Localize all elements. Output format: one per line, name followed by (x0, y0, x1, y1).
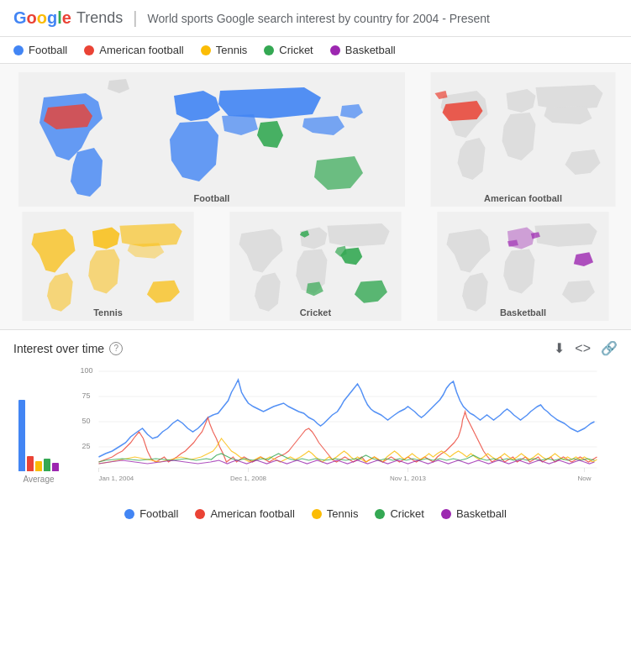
football-map: Football (7, 72, 417, 207)
interest-over-time-section: Interest over time ? ⬇ <> 🔗 Average (0, 330, 631, 501)
google-trends-logo: Google Trends (13, 8, 123, 28)
bottom-legend-item-cricket: Cricket (375, 507, 423, 520)
legend-dot-tennis (201, 45, 211, 55)
legend-item-tennis: Tennis (201, 44, 248, 56)
download-icon[interactable]: ⬇ (554, 340, 565, 356)
legend-label-cricket: Cricket (279, 44, 313, 56)
svg-text:25: 25 (82, 442, 91, 450)
bottom-legend-label-american-football: American football (210, 507, 294, 520)
bottom-legend-label-tennis: Tennis (327, 507, 359, 520)
header-divider: | (133, 8, 137, 28)
trends-label: Trends (76, 9, 123, 27)
svg-text:Jan 1, 2004: Jan 1, 2004 (99, 475, 134, 482)
svg-text:50: 50 (82, 417, 91, 425)
legend-item-cricket: Cricket (264, 44, 313, 56)
embed-icon[interactable]: <> (575, 341, 591, 356)
bottom-legend-label-football: Football (139, 507, 178, 520)
avg-bar-basketball (52, 463, 59, 471)
svg-text:Nov 1, 2013: Nov 1, 2013 (390, 475, 427, 482)
header: Google Trends | World sports Google sear… (0, 0, 631, 37)
legend-label-tennis: Tennis (216, 44, 248, 56)
avg-bar-tennis (35, 461, 42, 471)
bottom-legend-label-cricket: Cricket (390, 507, 423, 520)
legend-dot-basketball (330, 45, 340, 55)
bottom-legend-item-american-football: American football (195, 507, 294, 520)
bottom-legend-label-basketball: Basketball (456, 507, 507, 520)
avg-bar-football (18, 400, 25, 471)
basketball-world-map-svg (422, 212, 624, 321)
chart-main: 100 75 50 25 (64, 363, 618, 501)
logo-letter-o2: o (37, 8, 47, 27)
cricket-world-map-svg (214, 212, 417, 321)
avg-bar-american-football (27, 456, 34, 471)
time-series-chart: 100 75 50 25 (64, 363, 618, 497)
average-label: Average (23, 475, 54, 484)
football-world-map-svg (7, 72, 417, 207)
maps-grid: Football (7, 72, 624, 321)
legend-item-basketball: Basketball (330, 44, 396, 56)
logo-letter-o1: o (27, 8, 37, 27)
svg-text:100: 100 (81, 366, 93, 375)
bottom-legend: Football American football Tennis Cricke… (0, 501, 631, 527)
basketball-map: Basketball (422, 212, 624, 321)
american-football-world-map-svg (422, 72, 624, 207)
interest-title-text: Interest over time (13, 342, 104, 355)
maps-section: Football (0, 64, 631, 330)
interest-actions: ⬇ <> 🔗 (554, 340, 618, 356)
chart-area: Average 100 75 50 25 (13, 363, 618, 501)
legend-dot-american-football (84, 45, 94, 55)
bottom-legend-dot-cricket (375, 509, 385, 519)
bottom-legend-dot-american-football (195, 509, 205, 519)
american-football-map: American football (422, 72, 624, 207)
legend-label-basketball: Basketball (345, 44, 396, 56)
legend-label-american-football: American football (99, 44, 183, 56)
avg-bar-cricket (44, 459, 50, 471)
share-icon[interactable]: 🔗 (601, 340, 618, 356)
legend-item-american-football: American football (84, 44, 183, 56)
cricket-map-label: Cricket (300, 307, 331, 318)
header-title: World sports Google search interest by c… (147, 12, 490, 25)
tennis-map-label: Tennis (93, 307, 123, 318)
legend-label-football: Football (29, 44, 67, 56)
logo-letter-e: e (62, 8, 71, 27)
logo-letter-g2: g (47, 8, 57, 27)
interest-header: Interest over time ? ⬇ <> 🔗 (13, 340, 618, 356)
tennis-map: Tennis (7, 212, 209, 321)
interest-title-group: Interest over time ? (13, 342, 123, 355)
bottom-legend-item-tennis: Tennis (312, 507, 359, 520)
american-football-map-label: American football (484, 193, 562, 203)
legend-dot-football (13, 45, 24, 55)
svg-text:75: 75 (82, 391, 91, 400)
chart-left-panel: Average (13, 363, 64, 501)
cricket-map: Cricket (214, 212, 417, 321)
bottom-legend-item-football: Football (124, 507, 178, 520)
bottom-legend-dot-tennis (312, 509, 322, 519)
average-bars (18, 370, 59, 471)
legend-item-football: Football (13, 44, 67, 56)
legend-dot-cricket (264, 45, 274, 55)
svg-text:Now: Now (577, 475, 591, 482)
tennis-world-map-svg (7, 212, 209, 321)
bottom-legend-dot-basketball (441, 509, 451, 519)
bottom-legend-dot-football (124, 509, 134, 519)
svg-text:Dec 1, 2008: Dec 1, 2008 (230, 475, 267, 482)
football-map-label: Football (194, 193, 230, 203)
logo-letter-g1: G (13, 8, 27, 27)
basketball-map-label: Basketball (500, 307, 546, 318)
bottom-legend-item-basketball: Basketball (441, 507, 507, 520)
info-icon[interactable]: ? (109, 342, 123, 355)
sport-legend: Football American football Tennis Cricke… (0, 37, 631, 64)
